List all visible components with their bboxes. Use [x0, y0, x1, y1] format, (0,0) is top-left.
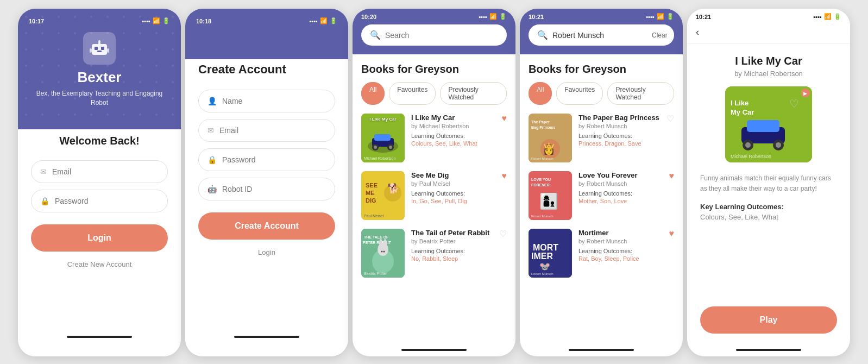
- clear-button[interactable]: Clear: [652, 32, 668, 39]
- svg-point-56: [745, 142, 751, 148]
- heart-pbp[interactable]: ♡: [666, 114, 674, 124]
- detail-outcomes-label: Key Learning Outcomes:: [700, 203, 837, 211]
- book-name-mortimer: Mortimer: [578, 229, 674, 237]
- battery-icon-5: 🔋: [834, 13, 841, 20]
- password-input[interactable]: [55, 197, 159, 205]
- wifi-icon-1: 📶: [153, 17, 160, 24]
- lock-icon: 🔒: [40, 197, 49, 205]
- filter-watched-4[interactable]: Previously Watched: [607, 82, 674, 105]
- filter-favourites-3[interactable]: Favourites: [389, 82, 436, 105]
- book-author-rabbit: by Beatrix Potter: [411, 238, 507, 244]
- book-author-mortimer: by Robert Munsch: [578, 238, 674, 244]
- svg-text:Michael Robertson: Michael Robertson: [731, 154, 771, 159]
- heart-dig[interactable]: ♥: [502, 171, 507, 181]
- heart-love[interactable]: ♥: [669, 171, 675, 181]
- svg-rect-0: [92, 44, 107, 55]
- create-account-link[interactable]: Create New Account: [31, 260, 168, 268]
- heart-car[interactable]: ♥: [502, 114, 507, 123]
- detail-description: Funny animals match their equally funny …: [700, 173, 837, 194]
- create-account-header: 10:18 ▪▪▪▪ 📶 🔋: [185, 9, 348, 59]
- books-body-3: Books for Greyson All Favourites Previou…: [353, 54, 515, 344]
- book-cover-rabbit[interactable]: THE TALE OF PETER RABBIT Beatrix Potter: [361, 229, 405, 278]
- signal-icon-5: ▪▪▪▪: [813, 14, 822, 20]
- signal-icon-4: ▪▪▪▪: [646, 14, 655, 20]
- svg-text:🐕: 🐕: [387, 183, 400, 194]
- status-icons-4: ▪▪▪▪ 📶 🔋: [646, 13, 674, 20]
- search-input-4[interactable]: [552, 31, 647, 40]
- svg-rect-2: [101, 47, 104, 50]
- book-item-pbp: The Paper Bag Princess 👸 Robert Munsch ♡…: [529, 114, 674, 162]
- svg-text:👸: 👸: [542, 142, 556, 155]
- search-bar-3[interactable]: 🔍: [361, 24, 507, 46]
- password-field-2[interactable]: 🔒: [198, 148, 335, 171]
- outcomes-label-dig: Learning Outcomes:: [411, 190, 507, 197]
- name-input[interactable]: [222, 97, 326, 105]
- book-info-dig: ♥ See Me Dig by Paul Meisel Learning Out…: [411, 171, 507, 204]
- book-detail-body: I Like My Car by Michael Robertson I Lik…: [687, 44, 850, 344]
- book-cover-mortimer[interactable]: MORT IMER 🐭 Robert Munsch: [529, 229, 572, 278]
- screen-create-account: 10:18 ▪▪▪▪ 📶 🔋 Create Account 👤 ✉ 🔒: [185, 9, 348, 356]
- password-field[interactable]: 🔒: [31, 190, 168, 212]
- play-button[interactable]: Play: [700, 306, 837, 334]
- outcomes-label-rabbit: Learning Outcomes:: [411, 248, 507, 254]
- time-2: 10:18: [196, 18, 211, 24]
- time-4: 10:21: [529, 14, 544, 20]
- filter-watched-3[interactable]: Previously Watched: [440, 82, 507, 105]
- status-bar-5: 10:21 ▪▪▪▪ 📶 🔋: [696, 13, 841, 20]
- book-cover-pbp[interactable]: The Paper Bag Princess 👸 Robert Munsch: [529, 114, 572, 162]
- create-account-button[interactable]: Create Account: [198, 212, 335, 240]
- home-indicator-5: [736, 349, 801, 351]
- books-title-3: Books for Greyson: [361, 63, 507, 76]
- password-input-2[interactable]: [222, 155, 326, 164]
- search-input-3[interactable]: [385, 31, 498, 40]
- robot-id-input[interactable]: [222, 185, 326, 193]
- book-info-mortimer: ♥ Mortimer by Robert Munsch Learning Out…: [578, 229, 674, 262]
- book-cover-car[interactable]: I Like My Car Michael Robertson: [361, 114, 405, 162]
- email-input[interactable]: [52, 167, 159, 176]
- email-field[interactable]: ✉: [31, 160, 168, 183]
- email-input-2[interactable]: [219, 126, 326, 135]
- book-cover-love[interactable]: LOVE YOU FOREVER 👩‍👦 Robert Munsch: [529, 171, 572, 220]
- svg-text:LOVE YOU: LOVE YOU: [531, 178, 551, 181]
- svg-rect-11: [374, 134, 391, 141]
- outcomes-car: Colours, See, Like, What: [411, 140, 507, 147]
- book-name-rabbit: The Tail of Peter Rabbit: [411, 229, 507, 237]
- svg-text:THE TALE OF: THE TALE OF: [364, 235, 389, 239]
- books-header-4: 10:21 ▪▪▪▪ 📶 🔋 🔍 Clear: [520, 9, 683, 54]
- login-body: Welcome Back! ✉ 🔒 Login Create New Accou…: [18, 118, 181, 356]
- book-author-car: by Michael Robertson: [411, 123, 507, 129]
- back-button[interactable]: ‹: [696, 24, 841, 43]
- time-1: 10:17: [29, 18, 44, 24]
- outcomes-label-pbp: Learning Outcomes:: [578, 133, 674, 139]
- email-field-2[interactable]: ✉: [198, 119, 335, 142]
- filter-all-3[interactable]: All: [361, 82, 385, 105]
- outcomes-label-car: Learning Outcomes:: [411, 133, 507, 139]
- home-indicator-4: [569, 349, 634, 351]
- svg-text:Bag Princess: Bag Princess: [531, 125, 555, 130]
- login-button[interactable]: Login: [31, 224, 168, 252]
- time-3: 10:20: [361, 14, 376, 20]
- name-field[interactable]: 👤: [198, 90, 335, 112]
- svg-point-32: [383, 251, 385, 253]
- filter-favourites-4[interactable]: Favourites: [556, 82, 603, 105]
- login-link[interactable]: Login: [198, 248, 335, 256]
- svg-text:My Car: My Car: [731, 108, 754, 116]
- svg-text:SEE: SEE: [366, 182, 378, 189]
- lock-icon-2: 🔒: [207, 155, 217, 164]
- book-cover-dig[interactable]: SEE ME DIG 🐕 Paul Meisel: [361, 171, 405, 220]
- heart-mortimer[interactable]: ♥: [669, 229, 675, 239]
- detail-heart-icon[interactable]: ♡: [789, 97, 799, 110]
- book-item-mortimer: MORT IMER 🐭 Robert Munsch ♥ Mortimer by …: [529, 229, 674, 278]
- book-author-pbp: by Robert Munsch: [578, 123, 674, 129]
- book-author-dig: by Paul Meisel: [411, 180, 507, 187]
- home-indicator-3: [401, 349, 467, 351]
- signal-icon-3: ▪▪▪▪: [479, 14, 487, 20]
- filter-all-4[interactable]: All: [529, 82, 552, 105]
- search-bar-4[interactable]: 🔍 Clear: [529, 24, 674, 46]
- heart-rabbit[interactable]: ♡: [499, 229, 507, 239]
- svg-point-5: [98, 40, 100, 42]
- status-icons-3: ▪▪▪▪ 📶 🔋: [479, 13, 507, 20]
- outcomes-rabbit: No, Rabbit, Sleep: [411, 255, 507, 262]
- outcomes-label-love: Learning Outcomes:: [578, 190, 674, 197]
- robot-id-field[interactable]: 🤖: [198, 178, 335, 200]
